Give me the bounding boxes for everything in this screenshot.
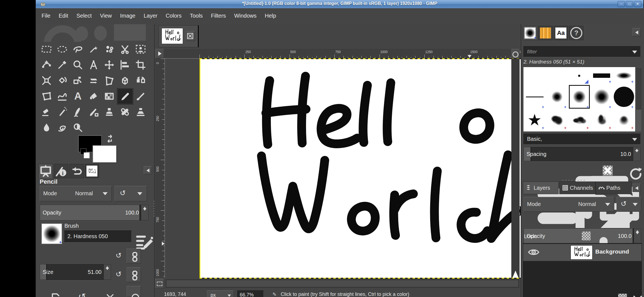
brush-grid[interactable]: +++++++★+++++ (523, 67, 635, 131)
tool-cage-transform[interactable] (39, 88, 54, 104)
paint-mode-dropdown[interactable]: Mode Normal (40, 186, 112, 201)
tab-device-status[interactable]: i (54, 164, 68, 178)
brush-item-soft[interactable]: + (546, 84, 568, 109)
tool-smudge[interactable] (54, 120, 70, 135)
tool-fuzzy-select[interactable] (86, 41, 101, 57)
menu-colors[interactable]: Colors (162, 8, 186, 19)
tab-layers[interactable]: Layers (523, 182, 559, 194)
menu-image[interactable]: Image (116, 8, 140, 19)
collapse-layers-dock-button[interactable] (632, 184, 641, 192)
brush-item-splat3[interactable]: + (591, 109, 613, 130)
tool-foreground-select[interactable] (133, 41, 148, 57)
brush-item-chalk[interactable] (546, 130, 568, 131)
brush-item-bar[interactable]: + (591, 67, 613, 84)
tab-image-thumbnail[interactable] (85, 164, 99, 178)
tool-mypaint-brush[interactable] (86, 104, 101, 120)
tool-zoom[interactable] (70, 57, 86, 73)
reset-preset-icon[interactable] (130, 293, 140, 297)
tab-fonts[interactable]: Aa (554, 26, 568, 40)
menu-windows[interactable]: Windows (230, 8, 261, 19)
title-bar[interactable]: *[Untitled]-1.0 (RGB color 8-bit gamma i… (36, 0, 643, 9)
collapse-dock-button[interactable] (144, 166, 152, 174)
tool-airbrush[interactable] (54, 104, 70, 120)
h-scrollbar[interactable] (166, 279, 519, 288)
quick-mask-button[interactable] (155, 279, 164, 288)
opacity-slider[interactable]: Opacity 100.0 (40, 205, 149, 221)
spacing-spinner[interactable] (633, 147, 640, 161)
tool-measure[interactable] (86, 57, 101, 73)
tool-perspective[interactable] (101, 73, 117, 88)
tool-handle-transform[interactable] (117, 73, 133, 88)
canvas[interactable] (200, 59, 546, 278)
save-preset-icon[interactable] (50, 292, 61, 297)
tool-warp-transform[interactable] (54, 88, 70, 104)
tool-scissors-select[interactable] (117, 41, 133, 57)
v-scrollbar[interactable] (511, 59, 520, 278)
brush-item-dots3[interactable] (568, 130, 590, 131)
close-image-tab-button[interactable] (185, 31, 195, 41)
layer-row-background[interactable]: Background (523, 244, 642, 261)
tab-channels[interactable]: Channels (559, 182, 596, 194)
zoom-entry[interactable]: 66.7% (237, 290, 264, 297)
tool-rectangle-select[interactable] (39, 41, 54, 57)
background-color-swatch[interactable] (92, 145, 117, 163)
brush-item-soft[interactable]: + (591, 84, 613, 109)
tab-tool-options[interactable] (39, 164, 53, 178)
tab-paths[interactable]: Paths (596, 182, 632, 194)
visibility-eye-icon[interactable] (528, 247, 540, 257)
tool-ellipse-select[interactable] (54, 41, 70, 57)
brush-item-soft[interactable]: + (568, 84, 590, 109)
close-button[interactable]: ✕ (634, 1, 641, 7)
dock-splitter[interactable] (154, 201, 154, 216)
tool-align[interactable] (117, 57, 133, 73)
menu-layer[interactable]: Layer (140, 8, 162, 19)
brush-item-sparse[interactable] (613, 130, 635, 131)
layer-mode-dropdown[interactable]: Mode Normal (523, 197, 614, 212)
aspect-reset-icon[interactable]: ↺ (116, 271, 122, 278)
menu-file[interactable]: File (37, 8, 54, 19)
menu-filters[interactable]: Filters (207, 8, 230, 19)
restore-preset-icon[interactable]: ↺ (78, 292, 86, 297)
menu-view[interactable]: View (96, 8, 116, 19)
brush-item-splat5[interactable] (523, 130, 546, 131)
h-ruler[interactable]: 2505007501000125015001750 (165, 49, 520, 59)
tool-text[interactable]: A (70, 88, 86, 104)
mode-reset-button[interactable]: ↺ (114, 186, 147, 201)
unit-dropdown[interactable]: px (207, 290, 234, 297)
tab-brushes[interactable]: + (523, 26, 537, 40)
aspect-link-button[interactable] (127, 267, 141, 282)
tab-patterns[interactable] (538, 26, 553, 40)
tool-free-select[interactable] (70, 41, 86, 57)
tool-blur-sharpen[interactable] (39, 120, 54, 135)
tool-ink[interactable] (70, 104, 86, 120)
tool-pencil[interactable] (117, 88, 133, 105)
delete-layer-icon[interactable] (631, 294, 644, 297)
swap-colors-icon[interactable] (105, 134, 114, 142)
size-reset-icon[interactable]: ↺ (116, 252, 122, 259)
tool-clone[interactable] (101, 104, 117, 120)
brush-item-splat4[interactable]: + (613, 109, 635, 130)
brush-item-circle[interactable]: + (613, 84, 635, 109)
tool-move[interactable] (101, 57, 117, 73)
spacing-slider[interactable]: Spacing 10.0 (523, 147, 641, 161)
tool-color-picker[interactable] (54, 57, 70, 73)
maximize-button[interactable]: □ (626, 1, 633, 7)
delete-preset-icon[interactable] (105, 293, 115, 297)
canvas-menu-button[interactable] (155, 49, 164, 58)
tool-paths[interactable] (39, 57, 54, 73)
opacity-spinner[interactable] (141, 205, 148, 220)
layer-mode-reset-button[interactable]: ↺ (616, 197, 641, 212)
tool-gradient[interactable] (101, 88, 117, 104)
tab-undo-history[interactable] (69, 164, 84, 178)
collapse-brushes-dock-button[interactable] (632, 28, 641, 36)
brush-grid-scrollbar[interactable] (636, 67, 641, 131)
nav-zoom-button[interactable] (511, 49, 520, 58)
brush-item-soft-ellipse[interactable]: + (613, 67, 635, 84)
menu-edit[interactable]: Edit (54, 8, 72, 19)
v-ruler[interactable]: 02505007501000 (155, 59, 165, 278)
tool-select-by-color[interactable] (101, 41, 117, 57)
size-spinner[interactable] (103, 264, 111, 280)
tool-scale[interactable] (70, 73, 86, 88)
tool-flip[interactable] (133, 73, 148, 88)
image-tab[interactable] (159, 25, 199, 47)
